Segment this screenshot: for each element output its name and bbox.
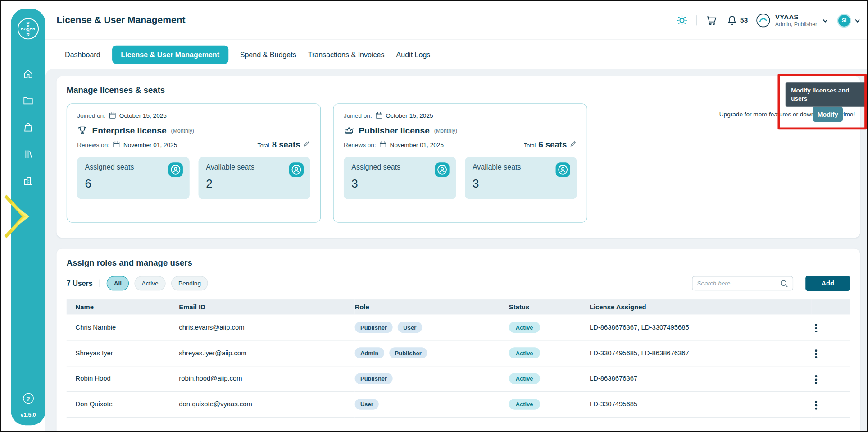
user-name: Shreyas Iyer [67, 340, 179, 366]
table-row: Don Quixote don.quixote@vyaas.com User A… [67, 391, 850, 417]
column-license: License Assigned [590, 299, 812, 314]
assigned-seats-count: 3 [351, 177, 448, 190]
row-menu-icon[interactable] [812, 322, 820, 335]
content-area: Manage licenses & seats Joined on: Octob… [45, 69, 868, 432]
chevron-down-icon[interactable] [822, 17, 829, 24]
user-badge-icon [168, 162, 182, 177]
calendar-icon [109, 112, 116, 119]
filter-active[interactable]: Active [135, 276, 166, 290]
user-status: Active [509, 391, 590, 417]
renews-label: Renews on: [77, 141, 109, 148]
licenses-heading: Manage licenses & seats [67, 85, 850, 95]
row-menu-icon[interactable] [812, 373, 820, 386]
license-name: Enterprise license [92, 125, 167, 135]
app-window: BAYER BAYER v1.5.0 [0, 0, 868, 432]
folder-icon[interactable] [23, 95, 34, 106]
notifications[interactable]: 53 [726, 14, 748, 27]
app-version: v1.5.0 [20, 411, 36, 418]
sidebar-nav [23, 68, 34, 186]
users-card: Assign roles and manage users 7 Users Al… [57, 249, 860, 432]
account-name: VYAAS [775, 13, 817, 21]
user-licenses: LD-8638676367, LD-3307495685 [590, 314, 812, 340]
table-row: Shreyas Iyer shreyas.iyer@aiip.com Admin… [67, 340, 850, 366]
account-menu[interactable]: VYAAS Admin, Publisher [756, 13, 829, 28]
status-badge: Active [509, 347, 540, 358]
users-controls: 7 Users All Active Pending Add [67, 276, 850, 291]
filter-pending[interactable]: Pending [171, 276, 208, 290]
user-licenses: LD-3307495685 [590, 391, 812, 417]
joined-label: Joined on: [344, 112, 372, 119]
main-area: License & User Management [45, 1, 868, 432]
user-email: chris.evans@aiip.com [179, 314, 354, 340]
user-email: don.quixote@vyaas.com [179, 391, 354, 417]
avatar[interactable]: SI [837, 14, 851, 28]
user-name: Don Quixote [67, 391, 179, 417]
chevron-decoration-icon [2, 191, 34, 241]
search-icon[interactable] [780, 279, 788, 288]
calendar-icon [375, 112, 382, 119]
column-name: Name [67, 299, 179, 314]
user-email: robin.hood@aiip.com [179, 366, 354, 391]
license-card-enterprise: Joined on: October 15, 2025 Enterprise l… [67, 103, 321, 222]
user-actions [812, 391, 850, 417]
modify-button[interactable]: Modify [813, 107, 843, 122]
user-roles: Publisher User [355, 314, 509, 340]
cart-icon[interactable] [705, 14, 717, 27]
available-seats-label: Available seats [473, 163, 569, 171]
bell-icon[interactable] [726, 14, 738, 27]
row-menu-icon[interactable] [812, 399, 820, 412]
tab-transactions-invoices[interactable]: Transactions & Invoices [308, 50, 385, 59]
column-actions [812, 299, 850, 314]
add-user-button[interactable]: Add [805, 276, 850, 291]
assigned-seats-label: Assigned seats [85, 163, 182, 171]
topbar: License & User Management [45, 1, 868, 40]
joined-date: October 15, 2025 [119, 112, 167, 119]
table-row: Chris Nambie chris.evans@aiip.com Publis… [67, 314, 850, 340]
tab-dashboard[interactable]: Dashboard [65, 50, 100, 59]
licenses-card: Manage licenses & seats Joined on: Octob… [57, 76, 860, 238]
home-icon[interactable] [23, 68, 34, 79]
users-heading: Assign roles and manage users [67, 257, 850, 267]
role-badge: User [398, 322, 422, 333]
role-badge: User [355, 399, 379, 410]
edit-seats-icon[interactable] [303, 140, 310, 147]
license-card-publisher: Joined on: October 15, 2025 Publisher li… [333, 103, 587, 222]
user-roles: Publisher [355, 366, 509, 391]
user-licenses: LD-3307495685, LD-8638676367 [590, 340, 812, 366]
available-seats-count: 3 [473, 177, 569, 190]
status-badge: Active [509, 399, 540, 410]
organization-icon[interactable] [23, 175, 34, 187]
license-name: Publisher license [359, 125, 430, 135]
divider [696, 15, 697, 25]
tab-license-user-management[interactable]: License & User Management [112, 45, 228, 64]
user-badge-icon [435, 162, 449, 177]
user-actions [812, 314, 850, 340]
help-icon[interactable] [23, 393, 33, 404]
store-bag-icon[interactable] [23, 122, 34, 133]
row-menu-icon[interactable] [812, 347, 820, 360]
assigned-seats-box: Assigned seats 6 [77, 157, 189, 199]
chevron-down-icon[interactable] [854, 17, 861, 24]
user-roles: Admin Publisher [355, 340, 509, 366]
user-status: Active [509, 340, 590, 366]
notification-count: 53 [740, 17, 748, 24]
user-badge-icon [556, 162, 570, 177]
filter-all[interactable]: All [107, 276, 129, 290]
modify-tooltip: Modify licenses and users [786, 82, 868, 106]
column-role: Role [355, 299, 509, 314]
user-actions [812, 340, 850, 366]
library-icon[interactable] [23, 148, 34, 160]
column-status: Status [509, 299, 590, 314]
edit-seats-icon[interactable] [569, 140, 577, 147]
settings-gear-icon[interactable] [676, 14, 688, 27]
user-email: shreyas.iyer@aiip.com [179, 340, 354, 366]
search-input[interactable] [697, 280, 777, 287]
tab-spend-budgets[interactable]: Spend & Budgets [240, 50, 296, 59]
search-box[interactable] [692, 276, 793, 290]
role-badge: Publisher [355, 322, 393, 333]
tab-audit-logs[interactable]: Audit Logs [396, 50, 431, 59]
profile-menu[interactable]: SI [837, 14, 861, 28]
renews-label: Renews on: [344, 141, 376, 148]
role-badge: Publisher [355, 373, 393, 384]
status-badge: Active [509, 322, 540, 333]
